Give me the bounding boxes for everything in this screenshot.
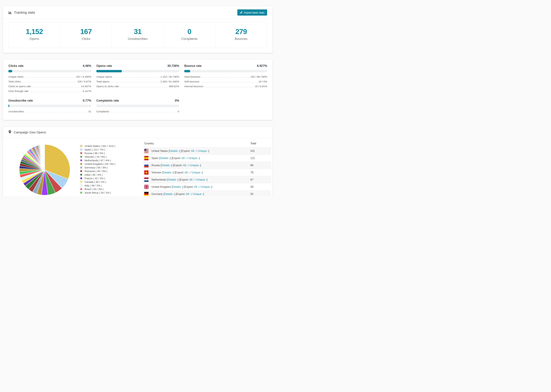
rate-detail-label: Clicks to opens rate (8, 85, 31, 88)
export-all-link[interactable]: All › (194, 185, 199, 188)
legend-label: France ( 42 / 2% ) (85, 177, 105, 180)
export-unique-link[interactable]: Unique › (201, 185, 211, 188)
legend-color-swatch (80, 177, 83, 180)
geo-title: Campaign Geo Opens (14, 131, 46, 134)
rate-detail-row: Total clicks 220 / 5.87% (8, 80, 91, 85)
export-unique-link[interactable]: Unique › (190, 164, 200, 167)
bounce-rate-panel: Bounce rate 6.927% Hard bounces 242 / 86… (184, 64, 267, 94)
tracking-stats-header: Tracking stats Export basic stats (3, 6, 273, 19)
rate-detail-label: Click through rate (8, 90, 28, 92)
legend-label: Canada ( 40 / 2% ) (85, 181, 106, 183)
bounce-rate-progressbar (184, 70, 267, 72)
total-column-header: Total (249, 140, 271, 147)
details-link[interactable]: Details › (163, 171, 173, 174)
details-link[interactable]: Details › (161, 164, 171, 167)
rate-detail-label: Opens to clicks rate (96, 85, 119, 88)
bounce-rate-title: Bounce rate (184, 64, 202, 68)
legend-item: Netherlands ( 67 / 4% ) (80, 159, 143, 162)
legend-item: Vietnam ( 79 / 5% ) (80, 155, 143, 159)
complaints-rate-head: Complaints rate 0% (96, 99, 179, 102)
legend-item: Italy ( 36 / 2% ) (80, 184, 143, 187)
legend-item: Brazil ( 33 / 2% ) (80, 187, 143, 191)
summary-stat-label: Complaints (164, 37, 215, 41)
summary-stat-cell: 1,152 Opens (8, 22, 60, 48)
details-link[interactable]: Details › (164, 193, 174, 196)
legend-item: France ( 42 / 2% ) (80, 176, 143, 180)
summary-stat-value: 0 (164, 28, 215, 35)
rate-detail-value: 14.497% (81, 85, 91, 88)
country-total: 55 (249, 190, 271, 196)
rate-detail-value: 31 (88, 110, 91, 113)
rate-detail-label: Hard bounces (184, 75, 200, 78)
country-flag-cell (143, 155, 150, 162)
legend-label: India ( 46 / 3% ) (85, 173, 103, 176)
unsubscribe-rate-progressbar (8, 105, 91, 107)
dashboard-page: Tracking stats Export basic stats 1,152 … (0, 6, 276, 196)
geo-pie-chart (8, 138, 80, 196)
export-all-link[interactable]: All › (191, 149, 196, 152)
rate-detail-value: 18 / 0% (258, 80, 267, 83)
rate-detail-row: Internal bounces 19 / 6.81% (184, 85, 267, 90)
export-unique-link[interactable]: Unique › (193, 193, 203, 196)
rate-detail-value: 167 / 4.456% (76, 75, 91, 78)
country-cell: Vietnam [Details ›] [Export: All › / Uni… (150, 169, 249, 176)
export-all-link[interactable]: All › (186, 193, 191, 196)
dotted-leader (201, 82, 257, 83)
export-unique-link[interactable]: Unique › (192, 171, 202, 174)
legend-label: United Kingdom ( 59 / 3% ) (85, 162, 115, 165)
country-flag-cell (143, 162, 150, 169)
country-total: 79 (249, 169, 271, 176)
rate-detail-row: Unique opens 1,152 / 30.736% (96, 75, 179, 80)
summary-stat-label: Unsubscribes (112, 37, 163, 41)
geo-table-row: Vietnam [Details ›] [Export: All › / Uni… (143, 169, 271, 176)
unsubscribe-rate-progress-fill (8, 105, 9, 107)
clicks-rate-panel: Clicks rate 4.46% Unique clicks 167 / 4.… (8, 64, 91, 94)
details-link[interactable]: Details › (172, 185, 183, 188)
summary-stat-cell: 167 Clicks (60, 22, 112, 48)
export-all-link[interactable]: All › (182, 157, 186, 160)
country-cell: Russia [Details ›] [Export: All › / Uniq… (150, 162, 249, 169)
country-total: 59 (249, 183, 271, 190)
legend-color-swatch (80, 166, 83, 169)
export-all-link[interactable]: All › (189, 178, 194, 181)
country-cell: Netherlands [Details ›] [Export: All › /… (150, 176, 249, 183)
legend-item: United Kingdom ( 59 / 3% ) (80, 162, 143, 166)
rates-card: Clicks rate 4.46% Unique clicks 167 / 4.… (3, 60, 273, 120)
geo-table-row: Russia [Details ›] [Export: All › / Uniq… (143, 162, 271, 169)
legend-item: South Africa ( 29 / 2% ) (80, 191, 143, 195)
country-cell: United States [Details ›] [Export: All ›… (150, 147, 249, 155)
rate-detail-label: Unique clicks (8, 75, 23, 78)
details-link[interactable]: Details › (170, 149, 179, 152)
summary-stat-value: 279 (215, 28, 267, 35)
export-unique-link[interactable]: Unique › (198, 149, 208, 152)
export-basic-stats-button[interactable]: Export basic stats (237, 9, 267, 15)
rate-detail-value: 0 (178, 110, 179, 113)
opens-rate-panel: Opens rate 30.736% Unique opens 1,152 / … (96, 64, 179, 94)
clicks-rate-head: Clicks rate 4.46% (8, 64, 91, 68)
rate-detail-row: Soft bounces 18 / 0% (184, 80, 267, 85)
rate-detail-row: Total opens 2,303 / 61.446% (96, 80, 179, 85)
country-total: 121 (249, 155, 271, 162)
legend-item: India ( 46 / 3% ) (80, 173, 143, 176)
clicks-rate-progressbar (8, 70, 91, 72)
geo-header: Campaign Geo Opens (3, 127, 273, 138)
rate-detail-value: 19 / 6.81% (255, 85, 267, 88)
rate-detail-row: Opens to clicks rate 689.82% (96, 85, 179, 90)
legend-label: Germany ( 55 / 3% ) (85, 166, 108, 169)
legend-color-swatch (80, 184, 83, 187)
export-all-link[interactable]: All › (185, 171, 190, 174)
export-unique-link[interactable]: Unique › (196, 178, 206, 181)
country-name: Russia (151, 164, 161, 167)
dotted-leader (25, 77, 75, 78)
details-link[interactable]: Details › (168, 178, 178, 181)
export-all-link[interactable]: All › (183, 164, 188, 167)
legend-color-swatch (80, 188, 83, 190)
de-flag-icon (144, 192, 148, 196)
country-cell: Spain [Details ›] [Export: All › / Uniqu… (150, 155, 249, 162)
details-link[interactable]: Details › (160, 157, 170, 160)
export-unique-link[interactable]: Unique › (189, 157, 199, 160)
dotted-leader (114, 77, 159, 78)
unsubscribe-rate-title: Unsubscribe rate (8, 99, 33, 102)
unsubscribe-rate-rows: Unsubscribes 31 (8, 110, 91, 115)
geo-table-row: Germany [Details ›] [Export: All › / Uni… (143, 190, 271, 196)
